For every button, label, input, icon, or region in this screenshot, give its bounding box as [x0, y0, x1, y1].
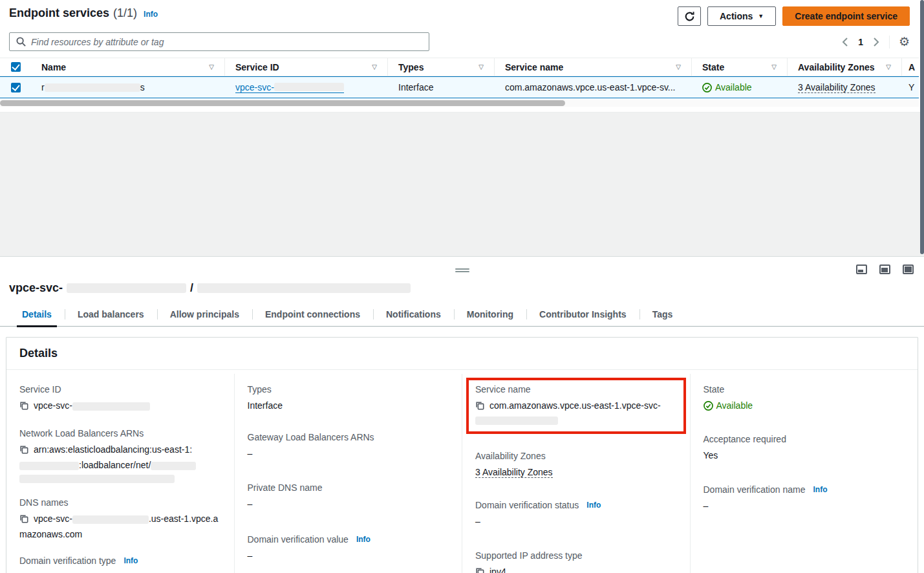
types-value: Interface	[248, 398, 449, 413]
check-circle-icon	[702, 83, 712, 92]
redaction-block	[67, 283, 186, 293]
caret-down-icon: ▼	[758, 13, 764, 19]
service-id-link[interactable]: vpce-svc-	[235, 82, 344, 93]
tab-load-balancers[interactable]: Load balancers	[65, 304, 157, 326]
table-row[interactable]: rs vpce-svc- Interface com.amazonaws.vpc…	[0, 76, 919, 98]
page-title: Endpoint services	[9, 6, 109, 20]
filter-icon-state[interactable]: ▽	[771, 63, 777, 70]
create-endpoint-service-label: Create endpoint service	[795, 11, 897, 21]
column-header-service-id[interactable]: Service ID ▽	[225, 58, 388, 76]
refresh-button[interactable]	[678, 6, 701, 26]
filter-icon-name[interactable]: ▽	[209, 63, 214, 70]
filter-icon-service-name[interactable]: ▽	[676, 63, 681, 70]
check-circle-icon	[704, 401, 713, 411]
row-types-cell: Interface	[388, 77, 495, 98]
tab-monitoring[interactable]: Monitoring	[454, 304, 526, 326]
row-partial-cell: Y	[902, 77, 919, 98]
row-checkbox[interactable]	[11, 83, 21, 92]
service-id-label: Service ID	[19, 384, 221, 395]
dns-names-label: DNS names	[19, 497, 221, 508]
tab-endpoint-connections[interactable]: Endpoint connections	[252, 304, 373, 326]
types-label: Types	[248, 384, 449, 395]
availability-zones-label: Availability Zones	[475, 451, 677, 461]
column-header-service-name[interactable]: Service name ▽	[495, 58, 692, 76]
redaction-block	[72, 402, 150, 411]
create-endpoint-service-button[interactable]: Create endpoint service	[782, 6, 910, 26]
tab-allow-principals[interactable]: Allow principals	[157, 304, 252, 326]
service-name-highlight-box: Service name com.amazonaws.vpce.us-east-…	[466, 378, 686, 434]
details-card: Details Service ID vpce-svc- Network Loa…	[6, 337, 918, 573]
domain-verification-status-info-link[interactable]: Info	[586, 501, 601, 510]
filter-icon-service-id[interactable]: ▽	[372, 63, 377, 70]
tab-details[interactable]: Details	[9, 304, 65, 326]
resource-count: (1/1)	[113, 6, 137, 20]
details-column-4: State Available Acceptance required Yes …	[690, 374, 918, 573]
filter-icon-types[interactable]: ▽	[478, 63, 484, 70]
copy-icon[interactable]	[475, 566, 484, 573]
select-all-checkbox[interactable]	[11, 62, 21, 72]
horizontal-scrollbar-thumb[interactable]	[0, 100, 565, 106]
pager-divider	[889, 36, 890, 49]
title-info-link[interactable]: Info	[144, 10, 158, 19]
column-header-name[interactable]: Name ▽	[31, 58, 225, 76]
redaction-block	[19, 475, 175, 483]
table-settings-gear-icon[interactable]: ⚙	[899, 36, 910, 48]
filter-icon-az[interactable]: ▽	[886, 63, 891, 70]
search-icon	[16, 37, 26, 47]
panel-title: vpce-svc- /	[0, 257, 924, 295]
supported-ip-value: ipv4	[489, 567, 506, 573]
copy-icon[interactable]	[475, 400, 484, 414]
domain-verification-name-info-link[interactable]: Info	[813, 485, 827, 494]
redaction-block	[72, 515, 149, 524]
details-column-3: Service name com.amazonaws.vpce.us-east-…	[462, 374, 690, 573]
header-bar: Endpoint services (1/1) Info Actions ▼ C…	[0, 6, 924, 31]
next-page-icon[interactable]	[872, 38, 880, 47]
panel-size-small-icon[interactable]	[856, 265, 867, 274]
details-column-2: Types Interface Gateway Load Balancers A…	[234, 374, 462, 573]
glb-arns-value: –	[248, 446, 449, 460]
row-availability-zones-link[interactable]: 3 Availability Zones	[798, 82, 876, 93]
tab-contributor-insights[interactable]: Contributor Insights	[526, 304, 639, 326]
panel-size-full-icon[interactable]	[903, 265, 914, 274]
copy-icon[interactable]	[19, 444, 28, 458]
domain-verification-type-info-link[interactable]: Info	[124, 556, 138, 565]
search-box[interactable]	[9, 32, 429, 51]
tab-tags[interactable]: Tags	[639, 304, 686, 326]
actions-button[interactable]: Actions ▼	[707, 6, 776, 26]
domain-verification-name-value: –	[704, 499, 905, 513]
redaction-block	[475, 416, 558, 425]
column-header-state[interactable]: State ▽	[692, 58, 788, 76]
domain-verification-value-info-link[interactable]: Info	[356, 535, 371, 544]
dns-names-value: vpce-svc-.us-east-1.vpce.amazonaws.com	[19, 512, 221, 541]
glb-arns-label: Gateway Load Balancers ARNs	[248, 432, 449, 442]
copy-icon[interactable]	[19, 400, 28, 414]
column-header-availability-zones[interactable]: Availability Zones ▽	[788, 58, 902, 76]
search-input[interactable]	[31, 37, 422, 47]
column-header-types[interactable]: Types ▽	[388, 58, 495, 76]
state-badge: Available	[704, 398, 753, 413]
tab-notifications[interactable]: Notifications	[373, 304, 454, 326]
endpoint-services-table: Name ▽ Service ID ▽ Types ▽ Service name…	[0, 58, 919, 107]
redaction-block	[197, 283, 411, 293]
details-column-1: Service ID vpce-svc- Network Load Balanc…	[6, 374, 234, 573]
current-page[interactable]: 1	[858, 37, 863, 47]
pagination: 1 ⚙	[841, 36, 910, 49]
table-header-row: Name ▽ Service ID ▽ Types ▽ Service name…	[0, 58, 919, 76]
panel-size-medium-icon[interactable]	[879, 265, 890, 274]
content-background	[0, 113, 924, 256]
redaction-block	[45, 83, 140, 92]
nlb-arns-value: arn:aws:elasticloadbalancing:us-east-1::…	[19, 442, 221, 483]
column-header-partial: A	[902, 58, 919, 76]
refresh-icon	[684, 11, 695, 22]
service-name-label: Service name	[475, 384, 677, 395]
nlb-arns-label: Network Load Balancers ARNs	[19, 428, 221, 438]
availability-zones-link[interactable]: 3 Availability Zones	[475, 467, 553, 478]
prev-page-icon[interactable]	[841, 38, 849, 47]
domain-verification-type-label: Domain verification type	[19, 556, 116, 566]
split-panel-drag-handle[interactable]	[455, 267, 469, 274]
endpoint-services-section: Endpoint services (1/1) Info Actions ▼ C…	[0, 0, 924, 113]
copy-icon[interactable]	[19, 513, 28, 527]
vertical-scrollbar-thumb[interactable]	[920, 0, 924, 254]
domain-verification-value-label: Domain verification value	[248, 534, 349, 545]
domain-verification-name-label: Domain verification name	[704, 484, 806, 495]
